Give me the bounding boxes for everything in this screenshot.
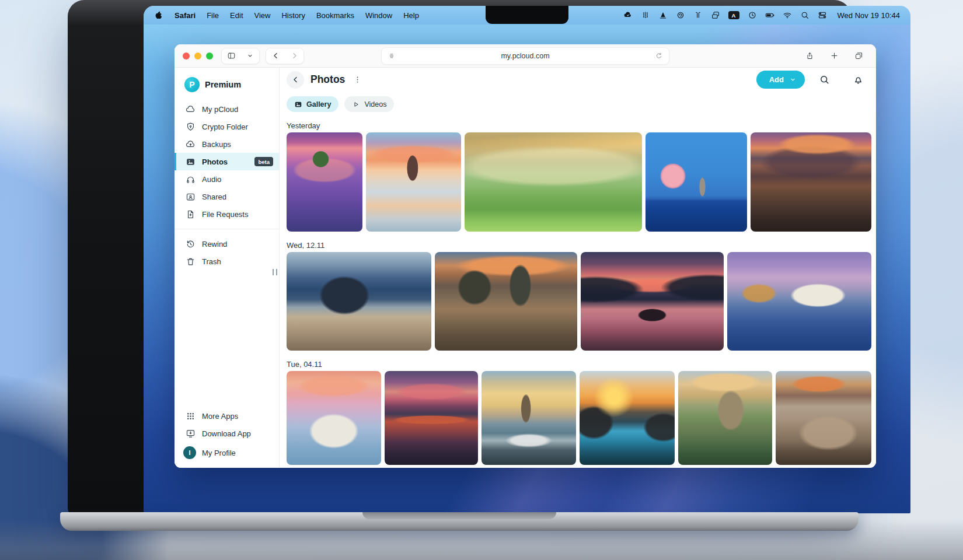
sidebar-item-photos[interactable]: Photosbeta (175, 153, 279, 170)
photo-lavender-field-tree[interactable] (287, 132, 362, 232)
sidebar-item-backups[interactable]: Backups (175, 135, 279, 153)
photo-row (287, 252, 871, 351)
zoom-button[interactable] (206, 52, 213, 60)
cloud-sync-icon[interactable] (623, 10, 633, 20)
sidebar-item-label: Audio (202, 175, 221, 184)
sidebar-item-audio[interactable]: Audio (175, 170, 279, 188)
battery-icon[interactable] (765, 10, 774, 20)
menu-item-help[interactable]: Help (403, 11, 419, 20)
menu-item-window[interactable]: Window (365, 11, 392, 20)
tab-videos[interactable]: Videos (344, 96, 394, 112)
control-center-icon[interactable] (818, 10, 827, 20)
input-source-icon[interactable]: A (728, 11, 739, 19)
sidebar-item-rewind[interactable]: Rewind (175, 235, 279, 253)
menu-item-view[interactable]: View (254, 11, 271, 20)
menu-item-history[interactable]: History (281, 11, 305, 20)
sidebar-item-my-profile[interactable]: I My Profile (175, 442, 279, 463)
photo-science-museum-pink-sky[interactable] (287, 371, 381, 465)
airpods-icon[interactable] (693, 10, 703, 20)
shield-icon (186, 122, 196, 132)
sidebar-chevron-down-icon[interactable] (240, 48, 259, 64)
laptop-base (60, 512, 859, 531)
cloud-icon (186, 104, 196, 114)
cone-icon[interactable] (658, 10, 668, 20)
sidebar-item-label: Download App (202, 429, 251, 438)
photo-row (287, 371, 871, 465)
sidebar-item-trash[interactable]: Trash (175, 253, 279, 270)
history-nav-group (266, 48, 304, 64)
notifications-bell-icon[interactable] (849, 71, 867, 89)
pcloud-app: P Premium My pCloudCrypto FolderBackupsP… (175, 68, 876, 468)
sidebar-item-label: Crypto Folder (202, 123, 248, 131)
more-options-icon[interactable] (351, 72, 363, 88)
add-button[interactable]: Add (756, 71, 805, 89)
menu-item-safari[interactable]: Safari (175, 11, 196, 20)
sidebar-resize-handle[interactable] (273, 269, 277, 275)
photo-coastal-rocks-sunset[interactable] (580, 371, 675, 465)
browser-back-icon[interactable] (266, 48, 285, 64)
sidebar-footer: More AppsDownload App I My Profile (175, 407, 279, 468)
recents-icon[interactable] (748, 10, 757, 20)
photo-section: Yesterday (287, 121, 871, 232)
photo-lighthouse-sunset-sea[interactable] (366, 132, 460, 232)
window-stack-icon[interactable] (711, 10, 720, 20)
sidebar-item-label: My pCloud (202, 105, 238, 114)
new-tab-icon[interactable] (825, 48, 843, 64)
sidebar-nav-secondary: RewindTrash (175, 235, 279, 270)
menu-item-bookmarks[interactable]: Bookmarks (316, 11, 354, 20)
photo-colorful-houses-water[interactable] (385, 371, 479, 465)
sidebar-item-my-pcloud[interactable]: My pCloud (175, 100, 279, 118)
apple-menu-icon[interactable] (154, 10, 163, 20)
photo-tuscany-green-hills[interactable] (465, 132, 643, 232)
photo-mont-saint-michel[interactable] (287, 252, 431, 351)
download-app-icon (186, 429, 196, 439)
wifi-icon[interactable] (783, 10, 792, 20)
pins-icon[interactable] (641, 10, 650, 20)
window-controls (183, 52, 213, 60)
spotlight-icon[interactable] (800, 10, 810, 20)
sidebar-item-label: More Apps (202, 412, 238, 421)
sidebar-item-shared[interactable]: Shared (175, 188, 279, 205)
tab-label: Gallery (306, 100, 331, 108)
photo-pink-moon-lighthouse[interactable] (646, 132, 746, 232)
photo-sea-stacks-sunset[interactable] (435, 252, 577, 351)
pcloud-logo-icon: P (184, 77, 200, 92)
reader-icon[interactable] (388, 52, 396, 60)
pcloud-sidebar: P Premium My pCloudCrypto FolderBackupsP… (175, 68, 280, 468)
search-icon[interactable] (815, 71, 833, 89)
section-date-label: Yesterday (287, 121, 871, 130)
tab-overview-icon[interactable] (849, 48, 868, 64)
menu-item-edit[interactable]: Edit (230, 11, 243, 20)
sidebar-item-label: Shared (202, 192, 226, 201)
chevron-down-icon (790, 76, 796, 83)
photo-sections: YesterdayWed, 12.11Tue, 04.11 (287, 112, 871, 465)
scribble-icon[interactable] (676, 10, 685, 20)
reload-icon[interactable] (655, 52, 663, 60)
photo-lighthouse-crashing-waves[interactable] (482, 371, 576, 465)
minimize-button[interactable] (194, 52, 201, 60)
camera-notch (486, 6, 568, 24)
photo-matera-old-town-dusk[interactable] (776, 371, 871, 465)
menu-bar-status: AWed Nov 19 10:44 (623, 10, 900, 20)
sidebar-item-file-requests[interactable]: File Requests (175, 205, 279, 223)
browser-forward-icon[interactable] (285, 48, 303, 64)
menu-bar-apps: SafariFileEditViewHistoryBookmarksWindow… (154, 10, 419, 20)
photo-meteora-cliff-monastery[interactable] (678, 371, 773, 465)
menu-bar-clock[interactable]: Wed Nov 19 10:44 (838, 11, 900, 20)
sidebar-item-download-app[interactable]: Download App (175, 425, 279, 442)
menu-item-file[interactable]: File (207, 11, 219, 20)
sidebar-toggle-icon[interactable] (222, 48, 240, 64)
back-button[interactable] (287, 71, 304, 89)
photo-hillside-town-dusk[interactable] (751, 132, 871, 232)
sidebar-item-more-apps[interactable]: More Apps (175, 407, 279, 425)
address-bar[interactable]: my.pcloud.com (381, 47, 669, 65)
sidebar-item-crypto-folder[interactable]: Crypto Folder (175, 118, 279, 135)
tab-gallery[interactable]: Gallery (287, 96, 339, 112)
browser-toolbar: my.pcloud.com (175, 44, 876, 68)
share-icon[interactable] (800, 48, 819, 64)
close-button[interactable] (183, 52, 190, 60)
photo-lake-island-pink-dusk[interactable] (581, 252, 724, 351)
url-text: my.pcloud.com (396, 52, 655, 60)
sidebar-item-label: File Requests (202, 210, 248, 219)
photo-valencia-hemisferic[interactable] (727, 252, 871, 351)
